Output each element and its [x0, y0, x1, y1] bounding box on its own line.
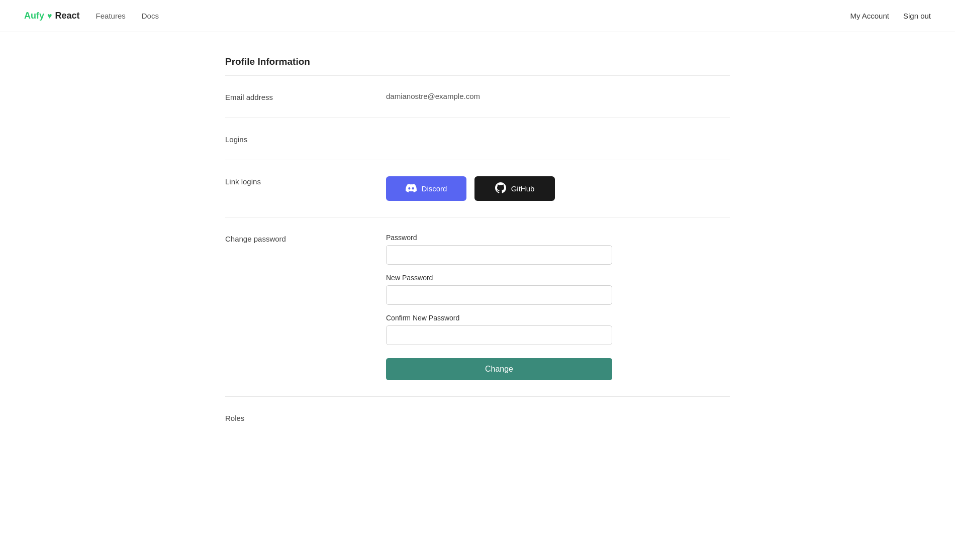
logins-divider: [225, 160, 730, 160]
github-icon: [495, 182, 506, 195]
password-label: Password: [386, 234, 612, 242]
password-input[interactable]: [386, 245, 612, 265]
my-account-link[interactable]: My Account: [850, 12, 889, 20]
email-divider: [225, 118, 730, 118]
confirm-password-input[interactable]: [386, 325, 612, 345]
link-logins-buttons: Discord GitHub: [386, 176, 555, 201]
email-value: damianostre@example.com: [386, 92, 480, 100]
discord-button[interactable]: Discord: [386, 176, 466, 201]
new-password-label: New Password: [386, 274, 612, 282]
brand-heart-icon: ♥: [47, 12, 52, 21]
link-logins-divider: [225, 217, 730, 217]
new-password-field-group: New Password: [386, 274, 612, 305]
confirm-password-label: Confirm New Password: [386, 314, 612, 322]
discord-icon: [406, 184, 417, 194]
change-password-row: Change password Password New Password Co…: [225, 234, 730, 380]
nav-docs[interactable]: Docs: [142, 12, 159, 20]
navbar-actions: My Account Sign out: [850, 12, 931, 20]
change-password-label: Change password: [225, 234, 386, 243]
email-row: Email address damianostre@example.com: [225, 92, 730, 101]
profile-divider: [225, 75, 730, 76]
change-password-divider: [225, 396, 730, 397]
roles-label: Roles: [225, 413, 386, 422]
logins-row: Logins: [225, 134, 730, 144]
discord-button-label: Discord: [422, 184, 447, 193]
new-password-input[interactable]: [386, 285, 612, 305]
github-button-label: GitHub: [511, 184, 535, 193]
logins-label: Logins: [225, 134, 386, 144]
brand-logo[interactable]: Aufy ♥ React: [24, 11, 80, 21]
brand-react-text: React: [55, 11, 80, 21]
change-password-button[interactable]: Change: [386, 358, 612, 380]
password-field-group: Password: [386, 234, 612, 265]
link-logins-label: Link logins: [225, 176, 386, 186]
navbar: Aufy ♥ React Features Docs My Account Si…: [0, 0, 955, 32]
roles-row: Roles: [225, 413, 730, 422]
profile-section-title: Profile Information: [225, 56, 730, 67]
brand-aufy-text: Aufy: [24, 11, 44, 21]
password-form: Password New Password Confirm New Passwo…: [386, 234, 612, 380]
confirm-password-field-group: Confirm New Password: [386, 314, 612, 345]
email-label: Email address: [225, 92, 386, 101]
nav-features[interactable]: Features: [96, 12, 126, 20]
navbar-links: Features Docs: [96, 12, 850, 20]
main-content: Profile Information Email address damian…: [201, 32, 754, 463]
sign-out-link[interactable]: Sign out: [903, 12, 931, 20]
link-logins-row: Link logins Discord GitHub: [225, 176, 730, 201]
github-button[interactable]: GitHub: [474, 176, 555, 201]
